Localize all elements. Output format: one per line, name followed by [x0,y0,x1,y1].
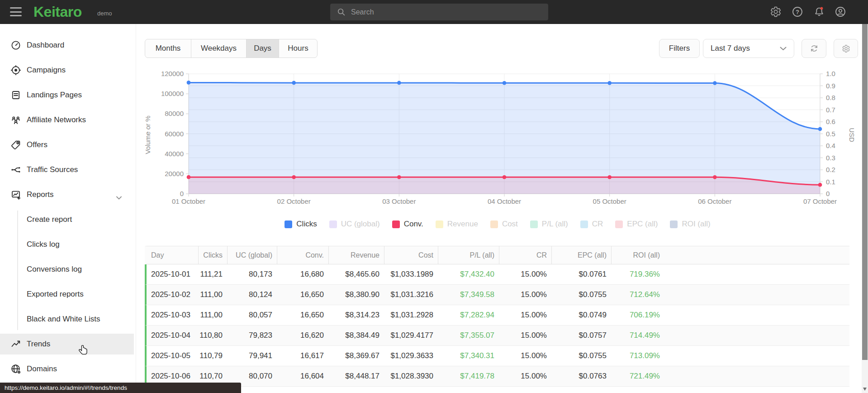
settings-gear-icon[interactable] [770,6,782,18]
column-header-cost[interactable]: Cost [384,246,438,264]
sidebar-item-reports[interactable]: Reports [0,184,134,205]
main-content: MonthsWeekdaysDaysHours Filters Last 7 d… [136,24,862,393]
chart-settings-button[interactable] [834,39,858,58]
cell-spacer [664,366,849,386]
cell-cr: 15.00% [499,366,551,386]
sidebar-item-domains[interactable]: Domains [0,359,134,379]
sidebar-item-label: Dashboard [27,41,64,50]
cell-cost: $1,028.3930 [384,366,438,386]
cell-p-l-all: $7,282.94 [438,305,499,325]
chart-settings-gear-icon [842,44,850,53]
sidebar-item-exported-reports[interactable]: Exported reports [0,284,134,305]
sidebar-item-label: Conversions log [27,265,82,274]
scrollbar-down-arrow[interactable] [863,388,867,391]
interval-tabs: MonthsWeekdaysDaysHours [145,39,318,58]
tab-hours[interactable]: Hours [279,39,317,58]
cell-epc-all: $0.0763 [551,366,611,386]
chevron-down-icon [116,193,122,201]
search-input[interactable] [350,8,548,17]
legend-item-p-l-all[interactable]: P/L (all) [530,220,568,229]
app-logo[interactable]: Keitaro [33,4,82,20]
column-header-cr[interactable]: CR [499,246,551,264]
cell-clicks: 111,00 [198,285,227,305]
trends-table: DayClicksUC (global)Conv.RevenueCostP/L … [145,246,849,393]
sidebar-item-trends[interactable]: Trends [0,334,134,355]
filters-button[interactable]: Filters [659,39,700,58]
left-tick-label: 0 [180,190,184,197]
cell-cost: $1,031.2928 [384,305,438,325]
cell-cr: 15.00% [499,305,551,325]
column-header-epc-all[interactable]: EPC (all) [551,246,611,264]
column-header-revenue[interactable]: Revenue [328,246,384,264]
cell-spacer [664,346,849,366]
x-tick-label: 01 October [172,197,205,205]
cell-cr: 15.00% [499,346,551,366]
series-point-clicks [818,127,822,131]
legend-swatch [670,220,678,228]
sidebar-item-offers[interactable]: $Offers [0,134,134,155]
column-header-day[interactable]: Day [147,246,198,264]
hamburger-menu-icon[interactable] [10,7,22,16]
refresh-button[interactable] [802,39,826,58]
legend-item-cr[interactable]: CR [580,220,603,229]
right-tick-label: 0.2 [826,166,835,173]
legend-label: UC (global) [341,220,380,229]
sidebar-item-conversions-log[interactable]: Conversions log [0,259,134,280]
left-tick-label: 100000 [161,90,184,97]
notifications-bell-icon[interactable] [813,6,825,18]
tab-weekdays[interactable]: Weekdays [191,39,247,58]
right-tick-label: 0.5 [826,130,835,138]
legend-item-revenue[interactable]: Revenue [436,220,478,229]
cell-p-l-all: $7,355.07 [438,326,499,345]
cell-epc-all: $0.0761 [551,264,611,284]
sidebar-item-create-report[interactable]: Create report [0,209,134,230]
cell-revenue: $8,380.90 [328,285,384,305]
cell-spacer [664,387,849,393]
column-header-roi-all[interactable]: ROI (all) [611,246,664,264]
column-header-uc-global[interactable]: UC (global) [227,246,277,264]
sidebar-item-traffic-sources[interactable]: Traffic Sources [0,159,134,180]
table-header-row: DayClicksUC (global)Conv.RevenueCostP/L … [145,246,849,264]
left-tick-label: 40000 [165,150,184,158]
sidebar-item-campaigns[interactable]: Campaigns [0,60,134,81]
cell-cost: $1,033.1989 [384,264,438,284]
tab-days[interactable]: Days [247,39,279,58]
sidebar-item-affiliate-networks[interactable]: Affiliate Networks [0,110,134,130]
dashboard-icon [10,40,21,51]
domains-icon [10,364,21,374]
help-icon[interactable]: ? [792,6,803,18]
sidebar-item-clicks-log[interactable]: Clicks log [0,234,134,255]
legend-item-uc-global[interactable]: UC (global) [329,220,380,229]
x-tick-label: 07 October [803,197,837,205]
x-tick-label: 02 October [277,197,311,205]
tab-months[interactable]: Months [145,39,191,58]
chevron-down-icon [780,47,787,51]
cell-p-l-all: $7,349.58 [438,285,499,305]
date-range-select[interactable]: Last 7 days [703,39,794,58]
legend-item-epc-all[interactable]: EPC (all) [615,220,658,229]
account-icon[interactable] [835,6,846,18]
column-header-p-l-all[interactable]: P/L (all) [438,246,499,264]
legend-swatch [392,220,400,228]
global-search[interactable] [330,4,548,20]
cell-conv: 16,680 [277,264,328,284]
cell-epc-all: $0.0763 [551,387,611,393]
column-header-conv[interactable]: Conv. [277,246,328,264]
sidebar-item-black-and-white-lists[interactable]: Black and White Lists [0,309,134,330]
legend-item-conv[interactable]: Conv. [392,220,423,229]
sidebar-item-label: Black and White Lists [27,315,100,324]
series-point-clicks [397,81,401,85]
sidebar-item-label: Exported reports [27,290,84,299]
cell-roi-all: 712.64% [611,285,664,305]
series-area-conv [189,177,820,194]
legend-item-roi-all[interactable]: ROI (all) [670,220,710,229]
cell-p-l-all: $7,340.31 [438,346,499,366]
legend-item-cost[interactable]: Cost [490,220,518,229]
column-header-clicks[interactable]: Clicks [198,246,227,264]
sidebar-item-landings-pages[interactable]: Landings Pages [0,85,134,105]
cell-roi-all: 714.49% [611,326,664,345]
sidebar-item-dashboard[interactable]: Dashboard [0,35,134,56]
scrollbar-thumb[interactable] [862,24,868,360]
cell-spacer [664,264,849,284]
legend-item-clicks[interactable]: Clicks [285,220,317,229]
